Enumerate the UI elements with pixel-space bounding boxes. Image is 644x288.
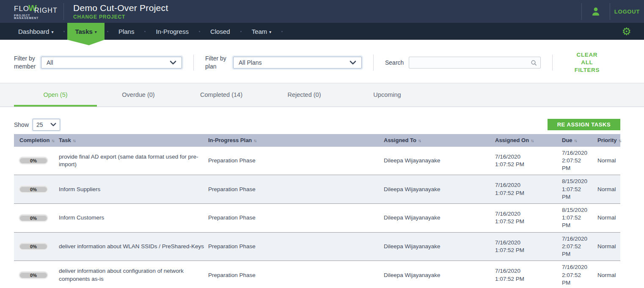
sort-icon[interactable]: ↑↓ [253, 138, 256, 143]
logo-text-right: RIGHT [34, 7, 58, 14]
sort-icon[interactable]: ↑↓ [73, 138, 75, 143]
caret-down-icon: ▾ [51, 30, 53, 34]
due-date: 7/16/2020 2:07:52 PM [562, 263, 589, 287]
filter-member-label: Filter by member [14, 55, 38, 71]
col-header-due[interactable]: Due↑↓ [559, 134, 595, 147]
sort-icon[interactable]: ↑↓ [574, 138, 577, 143]
gear-icon[interactable]: ⚙ [622, 26, 631, 37]
col-header-task[interactable]: Task↑↓ [56, 134, 206, 147]
table-row[interactable]: 0% Inform Suppliers Preparation Phase Di… [14, 175, 620, 204]
tab-overdue[interactable]: Overdue (0) [97, 83, 180, 107]
priority: Normal [595, 232, 620, 261]
table-row[interactable]: 0% deliver information about configurati… [14, 261, 620, 288]
search-box [409, 57, 541, 69]
priority: Normal [595, 203, 620, 232]
header-divider [63, 3, 64, 20]
assigned-to: Dileepa Wijayanayake [381, 147, 493, 175]
page-size-select[interactable]: 25 [33, 119, 60, 131]
col-header-assigned-to[interactable]: Assigned To↑↓ [381, 134, 493, 147]
assigned-to: Dileepa Wijayanayake [381, 232, 493, 261]
chevron-down-icon [50, 123, 56, 126]
priority: Normal [595, 261, 620, 288]
task-name: Inform Suppliers [56, 175, 206, 204]
tasks-table: Completion↑↓ Task↑↓ In-Progress Plan↑↓ A… [14, 134, 620, 288]
nav-item-plans[interactable]: Plans [111, 23, 142, 40]
tab-open[interactable]: Open (5) [14, 83, 97, 107]
sort-icon[interactable]: ↑↓ [531, 138, 533, 143]
filter-plan-label: Filter by plan [205, 55, 229, 71]
col-header-completion[interactable]: Completion↑↓ [14, 134, 56, 147]
search-icon[interactable] [531, 60, 537, 66]
change-project-link[interactable]: CHANGE PROJECT [73, 14, 168, 20]
nav-item-dashboard[interactable]: Dashboard ▾ [11, 23, 61, 40]
person-icon [590, 6, 601, 17]
priority: Normal [595, 175, 620, 204]
tab-upcoming[interactable]: Upcoming [346, 83, 429, 107]
sort-icon[interactable]: ↑↓ [52, 138, 54, 143]
col-header-assigned-on[interactable]: Assigned On↑↓ [493, 134, 559, 147]
project-title: Demo Cut-Over Project [73, 3, 168, 13]
nav-item-in-progress[interactable]: In-Progress [148, 23, 196, 40]
completion-progressbar: 0% [19, 157, 47, 164]
nav-separator-dot [281, 31, 283, 32]
table-header-row: Completion↑↓ Task↑↓ In-Progress Plan↑↓ A… [14, 134, 620, 147]
logout-button[interactable]: LOGOUT [610, 8, 644, 15]
priority: Normal [595, 147, 620, 175]
plan-name: Preparation Phase [206, 203, 381, 232]
tab-rejected[interactable]: Rejected (0) [263, 83, 346, 107]
nav-item-team[interactable]: Team ▾ [244, 23, 279, 40]
plan-name: Preparation Phase [206, 261, 381, 288]
completion-progressbar: 0% [19, 243, 47, 250]
filter-bar: Filter by member All Filter by plan All … [14, 51, 620, 74]
sort-icon[interactable]: ↑↓ [619, 138, 621, 143]
plan-filter-select[interactable]: All Plans [233, 57, 362, 69]
completion-progressbar: 0% [19, 272, 47, 278]
caret-down-icon: ▾ [269, 30, 271, 34]
filter-divider [373, 55, 374, 71]
table-row[interactable]: 0% deliver information about WLAN SSIDs … [14, 232, 620, 261]
reassign-tasks-button[interactable]: RE ASSIGN TASKS [548, 119, 620, 130]
table-row[interactable]: 0% Inform Customers Preparation Phase Di… [14, 203, 620, 232]
chevron-down-icon [350, 60, 356, 65]
nav-item-closed[interactable]: Closed [203, 23, 238, 40]
caret-down-icon: ▾ [95, 30, 97, 34]
due-date: 8/15/2020 1:07:52 PM [562, 178, 589, 201]
chevron-down-icon [170, 60, 176, 65]
plan-name: Preparation Phase [206, 147, 381, 175]
nav-separator-dot [199, 31, 200, 32]
sort-icon[interactable]: ↑↓ [418, 138, 421, 143]
member-filter-select[interactable]: All [41, 57, 182, 69]
plan-name: Preparation Phase [206, 175, 381, 204]
table-toolbar: Show 25 RE ASSIGN TASKS [14, 119, 620, 131]
nav-item-tasks[interactable]: Tasks ▾ [67, 23, 104, 40]
tab-completed[interactable]: Completed (14) [180, 83, 263, 107]
due-date: 7/16/2020 2:07:52 PM [562, 149, 589, 173]
clear-all-filters-link[interactable]: CLEAR ALL FILTERS [571, 51, 603, 74]
task-name: Inform Customers [56, 203, 206, 232]
assigned-on: 7/16/2020 1:07:52 PM [495, 153, 531, 168]
logo-text-flo: FLO [14, 5, 29, 13]
task-name: deliver information about WLAN SSIDs / P… [56, 232, 206, 261]
task-name: deliver information about configuration … [56, 261, 206, 288]
assigned-to: Dileepa Wijayanayake [381, 203, 493, 232]
due-date: 8/15/2020 1:07:52 PM [562, 206, 589, 230]
search-label: Search [385, 59, 404, 67]
nav-separator-dot [240, 31, 242, 32]
col-header-plan[interactable]: In-Progress Plan↑↓ [206, 134, 381, 147]
due-date: 7/16/2020 2:07:52 PM [562, 235, 589, 258]
show-label: Show [14, 121, 29, 128]
task-name: provide final AD export (same data forma… [56, 147, 206, 175]
top-bar: FLOWRIGHT PROJECT MANAGEMENT Demo Cut-Ov… [0, 0, 644, 23]
nav-separator-dot [107, 31, 108, 32]
logo-tagline: PROJECT MANAGEMENT [14, 14, 54, 20]
nav-separator-dot [63, 31, 65, 32]
table-row[interactable]: 0% provide final AD export (same data fo… [14, 147, 620, 175]
assigned-to: Dileepa Wijayanayake [381, 175, 493, 204]
search-input[interactable] [413, 59, 531, 66]
user-profile-button[interactable] [582, 6, 610, 17]
status-tabs: Open (5) Overdue (0) Completed (14) Reje… [0, 83, 644, 107]
col-header-priority[interactable]: Priority↑↓ [595, 134, 620, 147]
completion-progressbar: 0% [19, 186, 47, 192]
filter-divider [193, 55, 194, 71]
plan-name: Preparation Phase [206, 232, 381, 261]
